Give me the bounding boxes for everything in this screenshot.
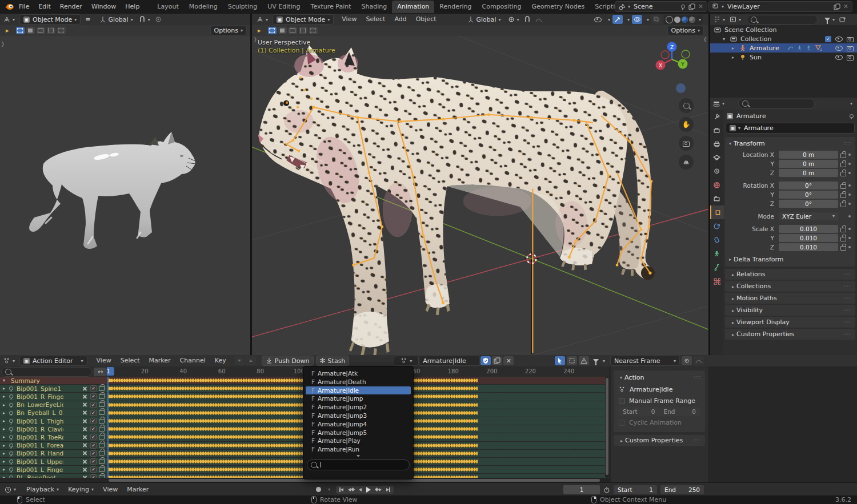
animate-dot[interactable] — [848, 237, 851, 239]
properties-tab-texture[interactable] — [710, 274, 723, 288]
navigation-gizmo[interactable]: Z X Y — [651, 39, 692, 80]
channel-enable-checkbox[interactable]: ✓ — [90, 418, 97, 424]
keyframes[interactable] — [108, 402, 478, 408]
prev-frame-icon[interactable] — [359, 488, 362, 491]
properties-tab-scene[interactable] — [710, 164, 723, 178]
current-frame-indicator[interactable]: 1 — [107, 367, 114, 376]
workspace-tab-shading[interactable]: Shading — [357, 1, 393, 13]
dopesheet-menu-channel[interactable]: Channel — [175, 355, 210, 366]
channel-expand-icon[interactable]: ▸ — [3, 402, 9, 408]
viewport-menu-view[interactable]: View — [337, 14, 361, 25]
dropdown-search-input[interactable] — [307, 459, 410, 470]
dropdown-item-armature-jump2[interactable]: FArmature|Jump2 — [306, 403, 411, 412]
pin-icon[interactable] — [9, 427, 13, 431]
panel-drag-grip[interactable]: ∷∷ — [844, 141, 851, 146]
channel-row-bip001_l_finger[interactable]: ▸Bip001_L_Finger✓ — [0, 466, 107, 473]
select-new-icon[interactable] — [278, 27, 287, 34]
channel-expand-icon[interactable]: ▸ — [3, 386, 9, 391]
outliner-filter-id-icon[interactable] — [730, 16, 736, 23]
dropdown-item-armature-jump[interactable]: FArmature|Jump — [306, 394, 411, 403]
properties-tab-world[interactable] — [710, 178, 723, 192]
editor-type-icon[interactable] — [5, 486, 11, 493]
channel-expand-icon[interactable]: ▸ — [3, 410, 9, 416]
properties-section-viewport-display[interactable]: ▸Viewport Display∷∷ — [725, 317, 855, 328]
manual-end-field[interactable]: End0 — [660, 407, 700, 416]
action-name-field[interactable]: Armature|Idle — [419, 356, 479, 366]
properties-section-motion-paths[interactable]: ▸Motion Paths∷∷ — [725, 293, 855, 304]
lock-icon[interactable] — [838, 244, 848, 251]
dopesheet-menu-select[interactable]: Select — [116, 355, 145, 366]
fake-user-shield-icon[interactable] — [480, 356, 491, 365]
editor-type-icon[interactable] — [3, 357, 10, 364]
animate-dot[interactable] — [848, 228, 851, 230]
dropdown-item-armature-death[interactable]: FArmature|Death — [306, 378, 411, 386]
channel-lock-icon[interactable] — [99, 467, 105, 472]
object-visibility-icon[interactable] — [593, 15, 603, 24]
auto-keying-icon[interactable] — [313, 485, 323, 494]
channel-enable-checkbox[interactable]: ✓ — [90, 410, 97, 416]
object-name-field[interactable]: ▣▾ Armature — [726, 123, 855, 134]
lock-icon[interactable] — [838, 225, 848, 232]
channel-lock-icon[interactable] — [99, 410, 105, 415]
lock-icon[interactable] — [838, 235, 848, 241]
properties-tab-physics[interactable] — [710, 219, 723, 233]
pin-icon[interactable] — [9, 443, 13, 447]
expand-icon[interactable]: ▸ — [732, 55, 739, 60]
filter-icon[interactable] — [593, 359, 599, 362]
perspective-toggle-icon[interactable] — [679, 155, 694, 170]
workspace-tab-compositing[interactable]: Compositing — [477, 1, 527, 13]
select-subtract-icon[interactable] — [299, 27, 307, 34]
properties-tab-render[interactable] — [710, 123, 723, 137]
channel-row-bip001_r_clavicle[interactable]: ▸Bip001_R_Clavicle✓ — [0, 425, 107, 433]
topbar-menu-help[interactable]: Help — [121, 1, 144, 13]
channel-expand-icon[interactable]: ▸ — [3, 394, 9, 399]
animate-dot[interactable] — [848, 193, 851, 196]
animate-dot[interactable] — [848, 172, 851, 174]
channel-row-bip001_spine1[interactable]: ▸Bip001_Spine1✓ — [0, 385, 107, 392]
channel-lock-icon[interactable] — [99, 419, 105, 424]
playhead[interactable] — [107, 377, 109, 478]
channel-enable-checkbox[interactable]: ✓ — [90, 393, 97, 400]
remove-viewlayer-icon[interactable]: ✕ — [843, 3, 848, 10]
select-intersect-icon[interactable] — [57, 27, 66, 34]
channel-enable-checkbox[interactable]: ✓ — [90, 466, 97, 473]
mode-dropdown[interactable]: ▣ Object Mode▾ — [273, 14, 334, 25]
workspace-tab-sculpting[interactable]: Sculpting — [223, 1, 262, 13]
camera-toggle-icon[interactable] — [847, 37, 854, 42]
channel-enable-checkbox[interactable]: ✓ — [90, 426, 97, 432]
transform-value-field[interactable]: 0 m — [779, 160, 838, 168]
transform-value-field[interactable]: 0.010 — [779, 234, 838, 242]
dropdown-item-armature-atk[interactable]: FArmature|Atk — [306, 369, 411, 378]
workspace-tab-uv-editing[interactable]: UV Editing — [262, 1, 305, 13]
tweak-tool-icon[interactable]: ▸ — [6, 27, 9, 34]
channel-lock-icon[interactable] — [99, 402, 105, 407]
transform-value-field[interactable]: 0 m — [779, 151, 838, 159]
modifier-wrench-icon[interactable] — [82, 402, 88, 408]
shading-solid-icon[interactable] — [674, 17, 680, 23]
channel-expand-icon[interactable]: ▾ — [3, 378, 9, 383]
channel-enable-checkbox[interactable]: ✓ — [90, 458, 97, 465]
animate-dot[interactable] — [848, 215, 851, 217]
keyframes[interactable] — [108, 443, 478, 448]
leopard-model[interactable] — [258, 45, 655, 355]
delta-transform-section[interactable]: Delta Transform — [734, 256, 784, 263]
channel-lock-icon[interactable] — [99, 427, 105, 432]
keyframes[interactable] — [108, 467, 478, 472]
camera-view-icon[interactable] — [679, 136, 694, 151]
options-dropdown[interactable]: Options▾ — [667, 26, 704, 35]
new-scene-icon[interactable] — [688, 3, 695, 10]
properties-tab-constraints[interactable] — [710, 233, 723, 247]
blender-logo-icon[interactable] — [0, 3, 14, 11]
workspace-tab-rendering[interactable]: Rendering — [434, 1, 476, 13]
proportional-edit-icon[interactable] — [155, 16, 162, 23]
timeline-menu-keying[interactable]: Keying▾ — [63, 484, 98, 495]
manual-start-field[interactable]: Start0 — [619, 407, 659, 416]
cyclic-animation-checkbox[interactable] — [619, 420, 625, 426]
channel-lock-icon[interactable] — [99, 459, 105, 464]
falloff-curve-icon[interactable] — [694, 356, 704, 365]
outliner-row-scene-collection[interactable]: Scene Collection — [710, 25, 857, 34]
select-box-icon[interactable] — [16, 27, 25, 34]
properties-section-visibility[interactable]: ▸Visibility∷∷ — [725, 305, 855, 316]
mode-dropdown[interactable]: XYZ Euler▾ — [779, 212, 838, 220]
collapsed-menus-icon[interactable]: ≡ — [85, 16, 91, 23]
